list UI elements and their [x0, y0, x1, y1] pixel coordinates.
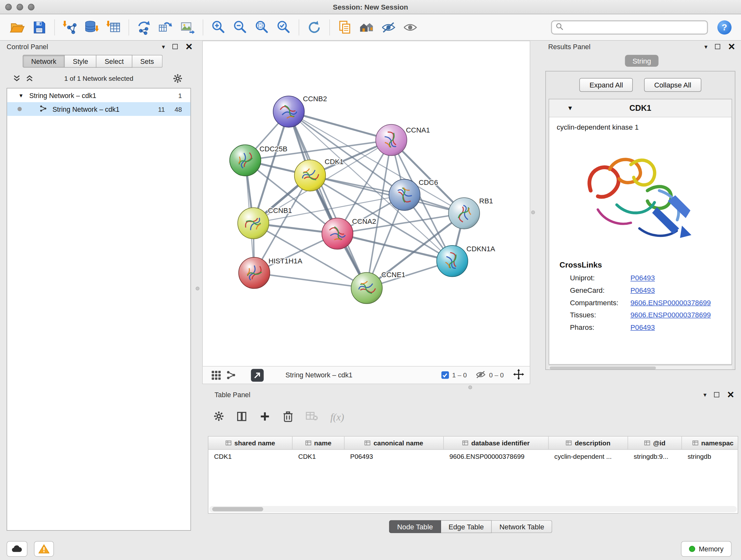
- horizontal-splitter-handle[interactable]: [468, 385, 472, 389]
- toolbar-search[interactable]: [551, 20, 708, 35]
- column-header-description[interactable]: description: [549, 436, 628, 449]
- column-header-database-identifier[interactable]: database identifier: [444, 436, 549, 449]
- column-header-canonical-name[interactable]: canonical name: [345, 436, 444, 449]
- open-session-icon[interactable]: [7, 17, 28, 37]
- node-HIST1H1A[interactable]: [239, 257, 270, 289]
- panel-close-icon[interactable]: ✕: [727, 392, 735, 397]
- crosslink-label: Pharos:: [570, 323, 630, 331]
- function-builder-icon[interactable]: f(x): [330, 411, 344, 423]
- right-splitter-handle[interactable]: [531, 210, 535, 214]
- memory-button[interactable]: Memory: [681, 541, 731, 557]
- column-header--id[interactable]: @id: [628, 436, 682, 449]
- network-canvas[interactable]: CCNB2CCNA1CDC25BCDK1CDC6RB1CCNB1CCNA2CDK…: [203, 41, 530, 366]
- tab-string[interactable]: String: [625, 55, 658, 67]
- zoom-out-icon[interactable]: [229, 17, 251, 37]
- memory-label: Memory: [699, 545, 724, 553]
- panel-float-icon[interactable]: [714, 392, 719, 397]
- crosslink-value[interactable]: 9606.ENSP00000378699: [630, 311, 711, 319]
- collapse-all-button[interactable]: Collapse All: [644, 78, 701, 91]
- export-image-icon[interactable]: [177, 17, 199, 37]
- table-row[interactable]: CDK1CDK1P064939606.ENSP00000378699cyclin…: [208, 450, 738, 462]
- panel-close-icon[interactable]: ✕: [728, 44, 736, 49]
- collapse-section-icon[interactable]: ▼: [567, 105, 573, 111]
- crosslink-label: Compartments:: [570, 298, 630, 306]
- panel-float-icon[interactable]: [173, 44, 178, 49]
- import-network-file-icon[interactable]: [59, 17, 81, 37]
- crosslink-value[interactable]: P06493: [630, 286, 655, 294]
- node-CCNA2[interactable]: [322, 218, 353, 249]
- node-CCNA1[interactable]: [376, 125, 407, 156]
- tab-edge-table[interactable]: Edge Table: [441, 520, 492, 533]
- panel-menu-icon[interactable]: ▾: [703, 391, 706, 398]
- grid-view-icon[interactable]: [208, 368, 223, 382]
- panel-close-icon[interactable]: ✕: [185, 44, 193, 49]
- new-table-from-network-icon[interactable]: [155, 17, 177, 37]
- delete-table-icon[interactable]: [306, 412, 318, 423]
- left-splitter-handle[interactable]: [196, 287, 199, 291]
- tab-network-table[interactable]: Network Table: [492, 520, 552, 533]
- panel-menu-icon[interactable]: ▾: [162, 43, 165, 50]
- refresh-layout-icon[interactable]: [304, 17, 325, 37]
- tab-node-table[interactable]: Node Table: [389, 520, 441, 533]
- node-CDC25B[interactable]: [230, 145, 261, 176]
- search-input[interactable]: [566, 23, 703, 31]
- tree-disclosure-icon[interactable]: ▼: [18, 92, 23, 98]
- results-horizontal-scrollbar[interactable]: [549, 365, 732, 369]
- home-networks-icon[interactable]: [356, 17, 378, 37]
- node-CDKN1A[interactable]: [436, 246, 468, 277]
- zoom-in-icon[interactable]: [207, 17, 229, 37]
- toolbar-separator: [203, 19, 203, 36]
- network-overview-icon[interactable]: [223, 368, 239, 382]
- tab-style[interactable]: Style: [65, 55, 97, 68]
- import-table-icon[interactable]: [103, 17, 124, 37]
- show-graphics-eye-icon[interactable]: [399, 17, 421, 37]
- crosslink-value[interactable]: 9606.ENSP00000378699: [630, 298, 711, 306]
- hidden-eye-icon[interactable]: [475, 370, 486, 380]
- tab-sets[interactable]: Sets: [132, 55, 162, 68]
- column-header-namespac[interactable]: namespac: [682, 436, 738, 449]
- node-CDC6[interactable]: [389, 179, 420, 210]
- new-network-from-selection-icon[interactable]: [133, 17, 155, 37]
- cloud-status-button[interactable]: [7, 541, 27, 557]
- crosslink-value[interactable]: P06493: [630, 323, 655, 331]
- table-horizontal-scrollbar[interactable]: [209, 506, 737, 512]
- edge-CDK1-RB1[interactable]: [310, 176, 464, 213]
- import-network-database-icon[interactable]: [81, 17, 103, 37]
- zoom-fit-icon[interactable]: [251, 17, 273, 37]
- selected-checkbox-icon[interactable]: [441, 371, 449, 379]
- zoom-selected-icon[interactable]: [273, 17, 294, 37]
- tab-select[interactable]: Select: [97, 55, 132, 68]
- warning-button[interactable]: [34, 541, 54, 557]
- edge-HIST1H1A-CCNE1[interactable]: [254, 273, 367, 288]
- network-collection-row[interactable]: ▼ String Network – cdk1 1: [7, 88, 191, 102]
- pan-crosshair-icon[interactable]: [513, 369, 524, 381]
- node-CCNE1[interactable]: [351, 272, 382, 304]
- column-header-name[interactable]: name: [293, 436, 345, 449]
- crosslink-value[interactable]: P06493: [630, 273, 655, 282]
- show-columns-icon[interactable]: [236, 411, 247, 424]
- column-header-shared-name[interactable]: shared name: [208, 436, 293, 449]
- node-CCNB2[interactable]: [273, 96, 305, 127]
- hide-annotations-icon[interactable]: [378, 17, 399, 37]
- birdseye-view-icon[interactable]: [251, 369, 264, 381]
- node-table: shared namenamecanonical namedatabase id…: [208, 436, 738, 514]
- add-column-icon[interactable]: [259, 411, 270, 424]
- delete-column-trash-icon[interactable]: [283, 410, 293, 424]
- network-row-selected[interactable]: String Network – cdk1 11 48: [7, 102, 191, 116]
- main-toolbar: ?: [0, 15, 741, 41]
- panel-menu-icon[interactable]: ▾: [704, 43, 708, 50]
- table-body: CDK1CDK1P064939606.ENSP00000378699cyclin…: [208, 450, 738, 462]
- tab-network[interactable]: Network: [23, 55, 65, 68]
- node-RB1[interactable]: [448, 198, 480, 229]
- expand-all-button[interactable]: Expand All: [580, 78, 633, 91]
- copy-documents-icon[interactable]: [334, 17, 356, 37]
- save-session-icon[interactable]: [28, 17, 50, 37]
- table-options-gear-icon[interactable]: [213, 411, 224, 423]
- node-CCNB1[interactable]: [238, 207, 269, 239]
- network-options-gear-icon[interactable]: [173, 74, 183, 85]
- node-CDK1[interactable]: [294, 160, 326, 191]
- gene-detail-header[interactable]: ▼ CDK1: [549, 99, 732, 117]
- help-icon[interactable]: ?: [718, 20, 731, 35]
- panel-float-icon[interactable]: [715, 44, 720, 49]
- control-panel: Control Panel ▾ ✕ NetworkStyleSelectSets…: [3, 41, 195, 536]
